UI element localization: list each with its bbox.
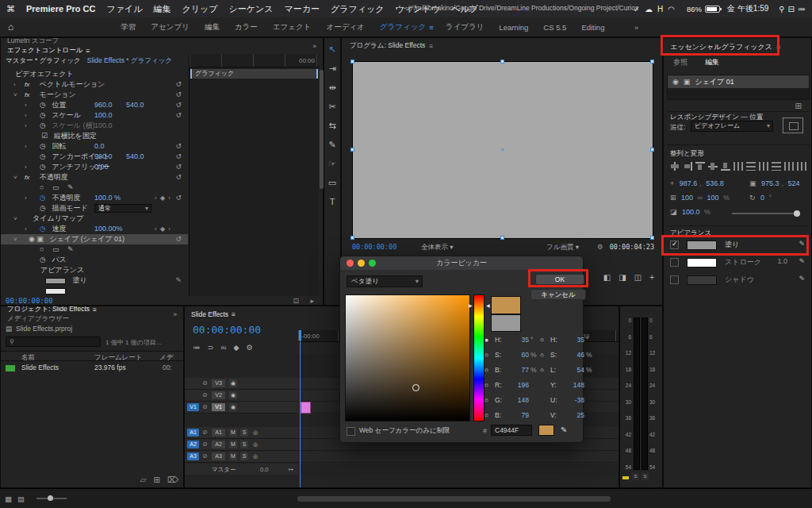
eyedropper-icon[interactable]: ✎: [799, 275, 805, 283]
audio-track-header[interactable]: A2 ⊘ A2 MS◎: [185, 439, 298, 451]
panel-tab[interactable]: プロジェクト: Slide Effects≡: [7, 306, 97, 314]
effect-row[interactable]: › ◷ スケール (横) 100.0: [1, 121, 188, 131]
channel-value[interactable]: 54: [564, 366, 584, 374]
twirl-icon[interactable]: ›: [25, 121, 27, 131]
menu-item[interactable]: 編集: [153, 3, 170, 15]
battery-indicator[interactable]: 86%: [687, 5, 720, 13]
radio-icon[interactable]: ○: [485, 366, 488, 374]
param-value[interactable]: 540.0: [126, 100, 144, 110]
position-x[interactable]: 987.6: [680, 179, 698, 187]
blend-mode-dropdown[interactable]: 通常: [94, 204, 151, 213]
export-frame-icon[interactable]: ◫: [634, 273, 642, 282]
align-top-icon[interactable]: [708, 162, 718, 171]
opacity-slider-handle[interactable]: [794, 210, 800, 217]
stopwatch-icon[interactable]: ☑: [41, 132, 48, 140]
transform-handle[interactable]: [650, 60, 654, 64]
twirl-icon[interactable]: ›: [25, 224, 27, 234]
mute-button[interactable]: M: [229, 441, 237, 448]
transform-handle[interactable]: [500, 236, 504, 240]
track-lock-icon[interactable]: ⊘: [202, 441, 208, 448]
anchor-x[interactable]: 975.3: [761, 179, 779, 187]
voiceover-icon[interactable]: ◎: [251, 441, 259, 448]
keyframe-ruler[interactable]: 00:00: [190, 54, 320, 67]
color-value-row[interactable]: U: -38: [540, 396, 596, 411]
rotation-icon[interactable]: ↻: [749, 194, 756, 202]
program-canvas[interactable]: +: [352, 61, 653, 239]
app-badge-icon[interactable]: H: [657, 5, 663, 13]
twirl-icon[interactable]: ›: [13, 79, 16, 90]
workspace-overflow-icon[interactable]: »: [634, 23, 638, 32]
effect-row[interactable]: › ◷ 回転 0.0 ↺: [1, 141, 188, 152]
shadow-row[interactable]: シャドウ ✎: [670, 275, 806, 287]
effect-row[interactable]: › fx ベクトルモーション ↺: [1, 79, 188, 90]
meter-solo-button[interactable]: S: [642, 473, 649, 480]
panel-menu-icon[interactable]: ≡: [429, 23, 434, 32]
list-view-icon[interactable]: ▤: [17, 495, 25, 503]
track-output-eye-icon[interactable]: ◉: [229, 379, 237, 387]
distribute-vertical-icon[interactable]: [759, 162, 768, 171]
panel-overflow-icon[interactable]: »: [173, 310, 177, 318]
linked-selection-icon[interactable]: ∞: [220, 343, 226, 352]
master-clip-label[interactable]: マスター * グラフィック: [6, 56, 81, 66]
fill-type-dropdown[interactable]: ベタ塗り: [347, 275, 423, 287]
param-value[interactable]: 960.0: [94, 100, 113, 110]
dialog-title-bar[interactable]: カラーピッカー: [340, 256, 583, 270]
transform-handle[interactable]: [650, 236, 654, 240]
workspace-tab[interactable]: グラフィック≡: [380, 22, 434, 33]
effect-row[interactable]: ◷ パス: [1, 255, 188, 265]
radio-icon[interactable]: ○: [540, 336, 544, 344]
track-target-badge[interactable]: V2: [212, 391, 225, 399]
ok-button[interactable]: OK: [535, 274, 584, 285]
stroke-checkbox[interactable]: [670, 258, 679, 267]
channel-value[interactable]: 148: [564, 381, 584, 389]
param-value[interactable]: 540.0: [126, 152, 144, 162]
radio-icon[interactable]: ○: [485, 351, 488, 359]
button-editor-icon[interactable]: +: [649, 273, 654, 282]
track-output-eye-icon[interactable]: ◉: [229, 391, 237, 399]
home-icon[interactable]: ⌂: [8, 21, 13, 33]
track-lock-icon[interactable]: ⊘: [202, 452, 208, 460]
pin-to-frame-icon[interactable]: [783, 117, 803, 133]
link-scale-icon[interactable]: ∞: [698, 194, 703, 202]
effect-row[interactable]: 塗り ✎: [1, 275, 188, 286]
scale-x[interactable]: 100: [681, 194, 693, 202]
spotlight-icon[interactable]: ⚲: [779, 5, 784, 13]
solo-button[interactable]: S: [240, 452, 248, 460]
channel-value[interactable]: 46: [564, 351, 584, 359]
zoom-slider[interactable]: [36, 498, 67, 499]
zoom-level-dropdown[interactable]: 全体表示 ▾: [421, 243, 454, 252]
stopwatch-icon[interactable]: ◷: [40, 204, 46, 212]
type-tool-icon[interactable]: T: [330, 197, 335, 206]
workspace-tab[interactable]: 学習: [121, 22, 139, 33]
effect-row[interactable]: アピアランス: [1, 265, 188, 275]
rectangle-tool-icon[interactable]: ▭: [328, 178, 336, 188]
reset-icon[interactable]: ↺: [175, 79, 182, 90]
panel-tab[interactable]: Lumetri スコープ: [7, 38, 141, 46]
radio-icon[interactable]: ○: [485, 381, 488, 389]
panel-menu-icon[interactable]: ≡: [776, 43, 780, 51]
anchor-icon[interactable]: ▣: [749, 179, 756, 187]
twirl-icon[interactable]: ›: [25, 193, 27, 203]
stopwatch-icon[interactable]: ○ ▭ ✎: [40, 183, 76, 191]
track-lock-icon[interactable]: ⊘: [202, 429, 208, 436]
essential-graphics-tab[interactable]: 参照: [673, 57, 688, 67]
panel-overflow-icon[interactable]: »: [312, 42, 316, 50]
scale-icon[interactable]: ⊞: [670, 194, 676, 202]
track-lock-icon[interactable]: ⊘: [202, 403, 208, 410]
master-track-header[interactable]: マスター 0.0 ↦: [185, 464, 298, 475]
radio-icon[interactable]: ●: [485, 336, 488, 344]
param-value[interactable]: 100.00%: [94, 224, 123, 234]
master-track-value[interactable]: 0.0: [260, 466, 268, 473]
follow-dropdown[interactable]: ビデオフレーム: [691, 121, 773, 132]
scale-y[interactable]: 100: [707, 194, 719, 202]
effect-row[interactable]: ☑ 縦横比を固定: [1, 131, 188, 141]
workspace-tab[interactable]: カラー: [235, 22, 261, 33]
fill-checkbox[interactable]: [670, 241, 679, 249]
timeline-horizontal-scrollbar[interactable]: [297, 496, 611, 502]
workspace-tab[interactable]: Editing: [581, 22, 607, 33]
track-select-tool-icon[interactable]: ⇥: [328, 64, 335, 74]
twirl-icon[interactable]: ˅: [13, 234, 17, 244]
color-cursor[interactable]: [412, 384, 419, 391]
saturation-brightness-field[interactable]: [345, 294, 470, 421]
fill-swatch[interactable]: [687, 241, 717, 250]
